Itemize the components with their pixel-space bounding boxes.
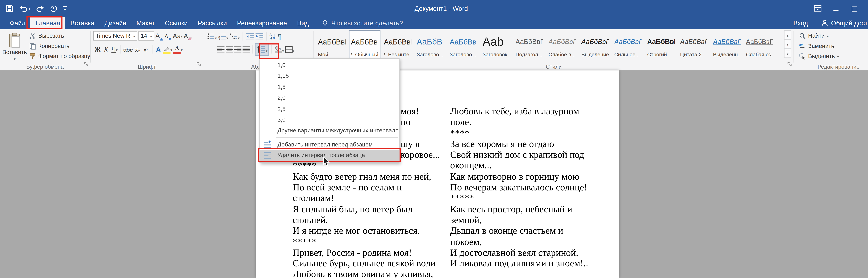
gallery-scroll-up-icon[interactable]: ▴ — [784, 30, 791, 40]
minimize-icon[interactable] — [827, 0, 845, 17]
poem-line: земной, — [450, 215, 588, 225]
text-effects-button[interactable]: А — [155, 44, 162, 54]
font-name-combo[interactable]: Times New R — [93, 31, 137, 40]
poem-line: Привет, Россия - родина моя! — [293, 247, 440, 258]
font-group: Times New R 14 А А Аа А Ж К Ч abc х₂ х² … — [91, 29, 203, 71]
ribbon-tab[interactable]: Главная — [31, 17, 65, 29]
ribbon-tab[interactable]: Рассылки — [193, 17, 232, 29]
style-item[interactable]: АаБбВвГг, ¶ Без инте... — [381, 30, 413, 59]
style-item[interactable]: Аab Заголовок — [480, 30, 512, 59]
ribbon-tab[interactable]: Ссылки — [160, 17, 193, 29]
borders-icon — [285, 46, 292, 53]
style-item[interactable]: АаБбВвГг Слабая сс... — [744, 30, 775, 59]
decrease-indent-button[interactable] — [246, 32, 254, 41]
borders-button[interactable] — [285, 45, 294, 54]
undo-icon[interactable]: ▾ — [19, 5, 30, 12]
cut-button[interactable]: Вырезать — [29, 31, 64, 40]
share-button[interactable]: Общий доступ — [816, 17, 868, 29]
ribbon-tab[interactable]: Вид — [292, 17, 314, 29]
save-icon[interactable] — [5, 4, 13, 12]
style-item[interactable]: АаБбВвГг Выделенн... — [711, 30, 743, 59]
style-item[interactable]: АаБбВвГг Сильное... — [612, 30, 644, 59]
style-item[interactable]: АаБбВв Заголово... — [447, 30, 479, 59]
font-dialog-launcher-icon[interactable] — [196, 59, 202, 69]
style-item[interactable]: АаБбВвГ Подзагол... — [513, 30, 545, 59]
spacing-option[interactable]: 1,5 — [260, 82, 399, 92]
format-painter-button[interactable]: Формат по образцу — [29, 51, 90, 61]
superscript-button[interactable]: х² — [142, 44, 150, 54]
poem-line: сильней, — [293, 215, 440, 225]
style-item[interactable]: АаБбВвГг Слабое в... — [546, 30, 578, 59]
style-item[interactable]: АаБбВвГг, ¶ Обычный — [349, 30, 380, 59]
change-case-button[interactable]: Аа — [173, 31, 183, 40]
multilevel-list-button[interactable] — [230, 32, 240, 41]
grow-font-button[interactable]: А — [155, 31, 163, 40]
gallery-more-icon[interactable]: ▾ — [784, 49, 791, 58]
find-button[interactable]: Найти — [799, 31, 829, 40]
style-preview: Аab — [483, 32, 510, 52]
style-item[interactable]: АаБбВ Заголово... — [414, 30, 446, 59]
tab-file[interactable]: Файл — [4, 17, 31, 29]
justify-button[interactable] — [243, 45, 250, 54]
line-spacing-button[interactable] — [255, 43, 269, 55]
ribbon-display-options-icon[interactable] — [808, 0, 827, 17]
poem-line: **** — [450, 128, 588, 139]
customize-qat-icon[interactable]: ▾ — [63, 6, 67, 11]
gallery-scroll-down-icon[interactable]: ▾ — [784, 39, 791, 49]
copy-icon — [29, 43, 36, 49]
italic-button[interactable]: К — [102, 44, 110, 54]
numbering-button[interactable]: 123 — [219, 32, 228, 41]
shading-button[interactable] — [274, 45, 284, 54]
ribbon-tab[interactable]: Вставка — [65, 17, 99, 29]
redo-icon[interactable] — [36, 5, 44, 12]
copy-button[interactable]: Копировать — [29, 41, 70, 51]
bold-button[interactable]: Ж — [94, 44, 101, 54]
select-button[interactable]: Выделить — [799, 51, 839, 61]
undo-caret-icon[interactable]: ▾ — [29, 6, 30, 10]
clipboard-dialog-launcher-icon[interactable] — [84, 59, 89, 69]
style-item[interactable]: АаБбВвГ Мой — [316, 30, 347, 59]
more-spacing-options-item[interactable]: Другие варианты междустрочных интервалов… — [260, 125, 399, 136]
maximize-icon[interactable] — [845, 0, 864, 17]
sign-in-button[interactable]: Вход — [785, 17, 816, 29]
style-label: Заголовок — [483, 52, 510, 57]
font-color-button[interactable]: А — [174, 44, 183, 54]
spacing-option[interactable]: 2,0 — [260, 92, 399, 103]
styles-dialog-launcher-icon[interactable] — [787, 59, 792, 69]
add-space-before-item[interactable]: Добавить интервал перед абзацем — [260, 139, 399, 150]
subscript-button[interactable]: х₂ — [134, 44, 141, 54]
strikethrough-button[interactable]: abc — [123, 44, 133, 54]
bullets-button[interactable] — [207, 32, 217, 41]
remove-space-after-icon — [264, 151, 271, 161]
increase-indent-button[interactable] — [255, 32, 263, 41]
clipboard-icon — [8, 33, 21, 49]
spacing-option[interactable]: 3,0 — [260, 114, 399, 125]
style-item[interactable]: АаБбВвГ, Строгий — [645, 30, 677, 59]
poem-line: Сильнее бурь, сильнее всякой воли — [293, 258, 440, 269]
close-icon[interactable] — [864, 0, 868, 17]
align-right-button[interactable] — [234, 45, 242, 54]
style-item[interactable]: АаБбВвГг Выделение — [579, 30, 611, 59]
sort-button[interactable]: АЯ — [270, 32, 276, 41]
spacing-option[interactable]: 1,15 — [260, 71, 399, 82]
align-left-button[interactable] — [217, 45, 224, 54]
ribbon-tab[interactable]: Макет — [131, 17, 160, 29]
show-formatting-marks-button[interactable] — [278, 32, 281, 41]
touch-mode-icon[interactable] — [50, 5, 58, 12]
ribbon-tab[interactable]: Рецензирование — [232, 17, 292, 29]
poem-line: За все хоромы я не отдаю — [450, 138, 588, 149]
tell-me-box[interactable]: Что вы хотите сделать? — [322, 17, 403, 29]
ribbon-tab[interactable]: Дизайн — [99, 17, 131, 29]
spacing-option[interactable]: 2,5 — [260, 103, 399, 114]
spacing-option[interactable]: 1,0 — [260, 60, 399, 71]
shrink-font-button[interactable]: А — [164, 31, 172, 40]
paste-button[interactable]: Вставить — [3, 31, 26, 62]
highlight-color-button[interactable] — [163, 44, 173, 54]
underline-button[interactable]: Ч — [111, 44, 118, 54]
clear-formatting-button[interactable]: А — [184, 31, 192, 40]
font-size-combo[interactable]: 14 — [138, 31, 154, 40]
svg-text:ab: ab — [799, 43, 803, 47]
align-center-button[interactable] — [226, 45, 233, 54]
style-item[interactable]: АаБбВвГг Цитата 2 — [678, 30, 710, 59]
replace-button[interactable]: ab Заменить — [799, 41, 834, 51]
